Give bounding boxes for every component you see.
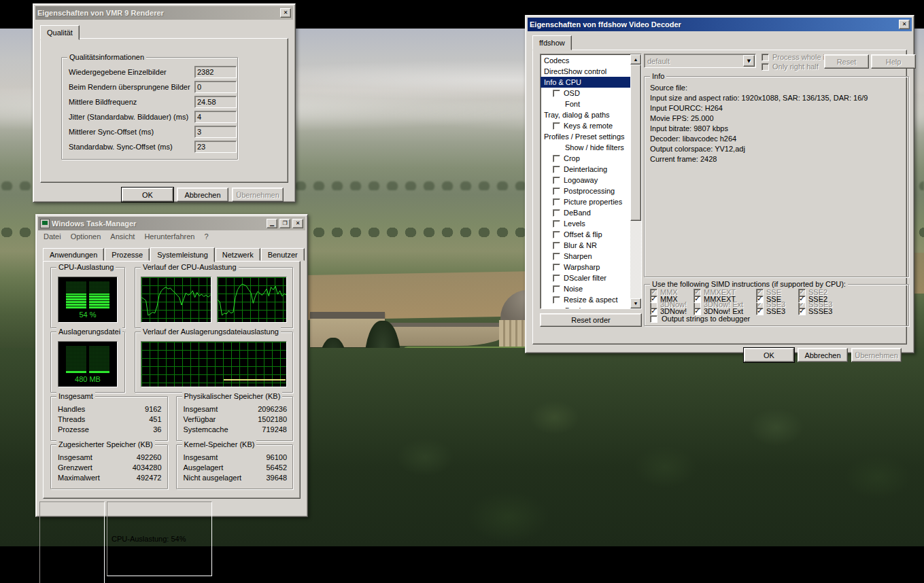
section-label: OSD (564, 89, 580, 97)
section-item[interactable]: Noise (541, 283, 630, 294)
scrollbar-thumb[interactable] (630, 65, 641, 221)
reset-order-button[interactable]: Reset order (540, 313, 642, 327)
section-checkbox[interactable] (553, 122, 560, 130)
group-title: Insgesamt (56, 392, 95, 400)
close-icon[interactable]: ✕ (292, 219, 303, 228)
section-item[interactable]: Sharpen (541, 251, 630, 262)
section-item[interactable]: OSD (541, 88, 630, 99)
taskmanager-title-bar[interactable]: Windows Task-Manager ▁ ❐ ✕ (38, 217, 305, 230)
section-item[interactable]: DeBand (541, 207, 630, 218)
ok-button[interactable]: OK (122, 188, 173, 202)
section-checkbox[interactable] (553, 198, 560, 206)
stat-value: 36 (153, 425, 161, 436)
section-item[interactable]: Warpsharp (541, 262, 630, 272)
section-label: Levels (564, 219, 585, 228)
section-checkbox[interactable] (553, 231, 560, 238)
simd-checkbox[interactable]: SSE2 (798, 295, 846, 303)
section-item[interactable]: Keys & remote (541, 120, 630, 131)
quality-row: Standardabw. Sync-Offset (ms) 23 (69, 141, 237, 153)
section-item[interactable]: DirectShow control (541, 66, 630, 77)
tab-qualitaet[interactable]: Qualität (40, 25, 80, 40)
section-item[interactable]: Deinterlacing (541, 164, 630, 175)
stat-row: Threads 451 (58, 415, 162, 425)
scroll-down-icon[interactable]: ▼ (630, 298, 641, 308)
menu-item[interactable]: Datei (39, 232, 65, 241)
section-item[interactable]: Resize & aspect (541, 294, 630, 305)
vmr-title-bar[interactable]: Eigenschaften von VMR 9 Renderer ✕ (35, 6, 293, 20)
tab-ffdshow[interactable]: ffdshow (532, 35, 572, 50)
kernel-memory-group: Kernel-Speicher (KB) Insgesamt 96100 Aus… (176, 444, 294, 489)
simd-checkbox[interactable]: SSE3 (756, 307, 798, 315)
stat-value: 4034280 (133, 463, 162, 474)
section-item[interactable]: Picture properties (541, 196, 630, 207)
close-icon[interactable]: ✕ (899, 20, 910, 29)
section-item[interactable]: Profiles / Preset settings (541, 131, 630, 142)
quality-info-group: Qualitätsinformationen Wiedergegebene Ei… (61, 57, 238, 160)
section-item[interactable]: Codecs (541, 55, 630, 66)
simd-checkbox[interactable]: MMX (650, 295, 694, 303)
stat-value: 39648 (266, 474, 287, 484)
taskmanager-tab[interactable]: Anwendungen (43, 248, 104, 261)
checkbox-label: Only right half (772, 63, 819, 71)
simd-checkbox[interactable]: 3DNow! Ext (694, 307, 756, 315)
section-item[interactable]: Offset & flip (541, 229, 630, 240)
section-item[interactable]: Tray, dialog & paths (541, 109, 630, 120)
simd-checkbox[interactable]: SSSE3 (798, 307, 846, 315)
section-item[interactable]: Logoaway (541, 175, 630, 186)
ok-button[interactable]: OK (744, 348, 794, 362)
list-scrollbar[interactable]: ▲ ▼ (630, 54, 641, 308)
taskmanager-tab[interactable]: Netzwerk (216, 248, 260, 261)
taskmanager-tab[interactable]: Benutzer (261, 248, 305, 261)
section-item[interactable]: Blur & NR (541, 240, 630, 251)
section-item[interactable]: Info & CPU (541, 77, 630, 88)
simd-checkbox[interactable]: SSE (756, 295, 798, 303)
section-checkbox[interactable] (553, 220, 560, 228)
simd-checkbox[interactable]: 3DNow! (650, 307, 694, 315)
section-checkbox[interactable] (553, 90, 560, 97)
totals-group: Insgesamt Handles 9162 Threads 451 Proze… (50, 396, 168, 441)
section-item[interactable]: DScaler filter (541, 272, 630, 283)
section-item[interactable]: Postprocessing (541, 186, 630, 196)
section-checkbox[interactable] (553, 155, 560, 162)
section-checkbox[interactable] (553, 166, 560, 173)
field-label: Beim Rendern übersprungene Bilder (69, 83, 194, 91)
section-checkbox[interactable] (553, 209, 560, 217)
section-label: DirectShow control (544, 67, 606, 75)
section-checkbox[interactable] (553, 188, 560, 195)
cancel-button[interactable]: Abbrechen (177, 188, 228, 202)
section-item[interactable]: Show / hide filters (541, 142, 630, 153)
section-checkbox[interactable] (553, 285, 560, 293)
section-item[interactable]: Font (541, 99, 630, 109)
menu-item[interactable]: Ansicht (106, 232, 139, 241)
cancel-button[interactable]: Abbrechen (798, 348, 848, 362)
minimize-icon[interactable]: ▁ (267, 219, 277, 228)
section-label: Noise (564, 285, 583, 293)
section-item[interactable]: Levels (541, 218, 630, 229)
ffdshow-title-bar[interactable]: Eigenschaften von ffdshow Video Decoder … (528, 18, 912, 31)
section-checkbox[interactable] (553, 253, 560, 260)
section-item[interactable]: Crop (541, 153, 630, 164)
taskmanager-tab[interactable]: Prozesse (105, 248, 150, 261)
stat-label: Nicht ausgelagert (184, 474, 242, 484)
section-label: Tray, dialog & paths (544, 111, 610, 119)
section-label: Blur & NR (564, 241, 597, 249)
section-checkbox[interactable] (553, 242, 560, 249)
maximize-icon[interactable]: ❐ (279, 219, 290, 228)
info-line: Current frame: 2428 (650, 155, 908, 165)
section-checkbox[interactable] (553, 275, 560, 282)
section-checkbox[interactable] (553, 177, 560, 184)
group-title: Zugesicherter Speicher (KB) (56, 440, 155, 448)
menu-item[interactable]: ? (200, 232, 212, 241)
taskmanager-tab[interactable]: Systemleistung (150, 247, 215, 262)
status-bar: Prozesse: 36 CPU-Auslastung: 54% Zugesic… (38, 500, 305, 514)
section-checkbox[interactable] (553, 296, 560, 304)
menu-item[interactable]: Herunterfahren (140, 232, 199, 241)
section-checkbox[interactable] (553, 264, 560, 271)
section-item[interactable]: Borders (541, 305, 630, 308)
menu-item[interactable]: Optionen (67, 232, 105, 241)
close-icon[interactable]: ✕ (280, 8, 291, 18)
stat-row: Systemcache 719248 (184, 425, 288, 436)
checkbox-label: 3DNow! (660, 307, 687, 315)
simd-checkbox[interactable]: MMXEXT (694, 295, 756, 303)
scroll-up-icon[interactable]: ▲ (630, 54, 641, 65)
